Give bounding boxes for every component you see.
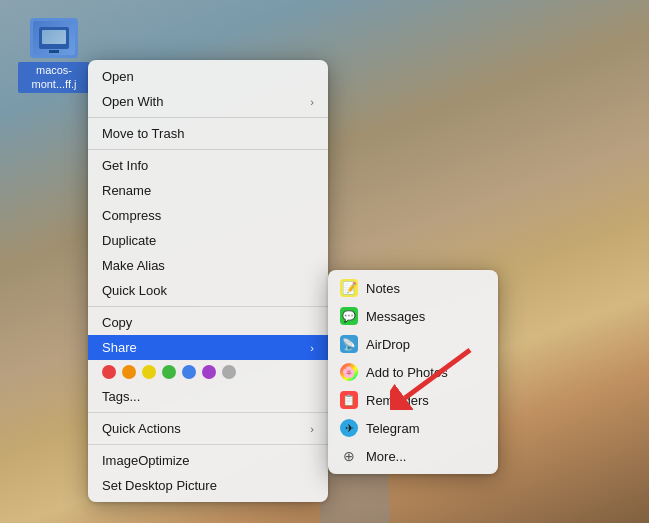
separator-4 (88, 412, 328, 413)
color-dot-orange[interactable] (122, 365, 136, 379)
submenu-item-reminders[interactable]: 📋 Reminders (328, 386, 498, 414)
menu-item-rename[interactable]: Rename (88, 178, 328, 203)
color-dot-red[interactable] (102, 365, 116, 379)
reminders-icon: 📋 (340, 391, 358, 409)
submenu-item-telegram[interactable]: ✈ Telegram (328, 414, 498, 442)
menu-item-make-alias[interactable]: Make Alias (88, 253, 328, 278)
more-icon: ⊕ (340, 447, 358, 465)
notes-icon: 📝 (340, 279, 358, 297)
color-tags-row (88, 360, 328, 384)
menu-item-share[interactable]: Share › (88, 335, 328, 360)
color-dot-blue[interactable] (182, 365, 196, 379)
separator-3 (88, 306, 328, 307)
menu-item-imageoptimize[interactable]: ImageOptimize (88, 448, 328, 473)
menu-item-quick-look[interactable]: Quick Look (88, 278, 328, 303)
messages-icon: 💬 (340, 307, 358, 325)
menu-item-duplicate[interactable]: Duplicate (88, 228, 328, 253)
menu-item-get-info[interactable]: Get Info (88, 153, 328, 178)
menu-item-move-trash[interactable]: Move to Trash (88, 121, 328, 146)
separator-1 (88, 117, 328, 118)
menu-item-compress[interactable]: Compress (88, 203, 328, 228)
chevron-icon: › (310, 342, 314, 354)
menu-item-open[interactable]: Open (88, 64, 328, 89)
separator-5 (88, 444, 328, 445)
color-dot-gray[interactable] (222, 365, 236, 379)
menu-item-open-with[interactable]: Open With › (88, 89, 328, 114)
menu-item-set-desktop[interactable]: Set Desktop Picture (88, 473, 328, 498)
submenu-item-messages[interactable]: 💬 Messages (328, 302, 498, 330)
submenu-item-more[interactable]: ⊕ More... (328, 442, 498, 470)
chevron-icon: › (310, 96, 314, 108)
photos-icon: 🌸 (340, 363, 358, 381)
menu-item-copy[interactable]: Copy (88, 310, 328, 335)
file-icon[interactable]: macos- mont...ff.j (18, 18, 90, 93)
submenu-item-airdrop[interactable]: 📡 AirDrop (328, 330, 498, 358)
color-dot-purple[interactable] (202, 365, 216, 379)
file-icon-image (30, 18, 78, 58)
telegram-icon: ✈ (340, 419, 358, 437)
separator-2 (88, 149, 328, 150)
share-submenu: 📝 Notes 💬 Messages 📡 AirDrop 🌸 Add to Ph… (328, 270, 498, 474)
monitor-icon (39, 27, 69, 49)
context-menu: Open Open With › Move to Trash Get Info … (88, 60, 328, 502)
chevron-icon: › (310, 423, 314, 435)
file-label: macos- mont...ff.j (18, 62, 90, 93)
color-dot-yellow[interactable] (142, 365, 156, 379)
color-dot-green[interactable] (162, 365, 176, 379)
submenu-item-notes[interactable]: 📝 Notes (328, 274, 498, 302)
menu-item-quick-actions[interactable]: Quick Actions › (88, 416, 328, 441)
monitor-screen (42, 30, 66, 44)
menu-item-tags[interactable]: Tags... (88, 384, 328, 409)
submenu-item-add-photos[interactable]: 🌸 Add to Photos (328, 358, 498, 386)
airdrop-icon: 📡 (340, 335, 358, 353)
